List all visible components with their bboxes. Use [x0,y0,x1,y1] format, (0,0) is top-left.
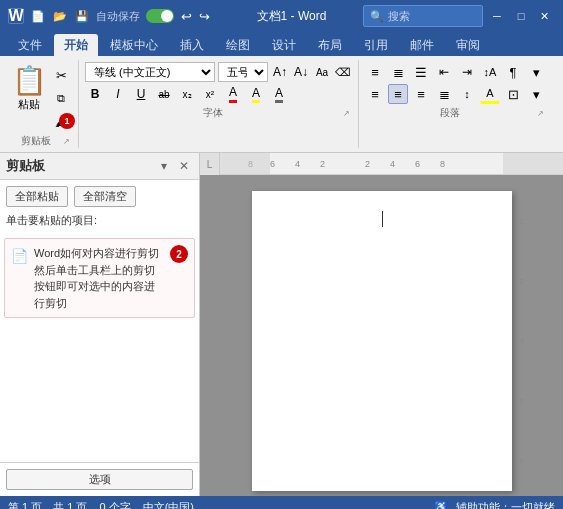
sort-button[interactable]: ↕A [480,62,500,82]
autosave-toggle[interactable] [146,9,174,23]
font-name-select[interactable]: 等线 (中文正文) [85,62,215,82]
numbering-button[interactable]: ≣ [388,62,408,82]
ruler-mark-4r: 4 [390,159,395,169]
show-marks-button[interactable]: ¶ [503,62,523,82]
tab-home[interactable]: 开始 [54,34,98,56]
paste-all-button[interactable]: 全部粘贴 [6,186,68,207]
clipboard-group-content: 📋 粘贴 ✂ ⧉ 🖌 1 [10,62,72,132]
save-icon[interactable]: 💾 [74,8,90,24]
clipboard-pin-button[interactable]: ▾ [155,157,173,175]
clipboard-header-buttons: ▾ ✕ [155,157,193,175]
font-size-select[interactable]: 五号 [218,62,268,82]
tab-review[interactable]: 审阅 [446,34,490,56]
para-group-content: ≡ ≣ ☰ ⇤ ⇥ ↕A ¶ ▾ ≡ ≡ ≡ ≣ ↕ A ⊡ ▾ [365,62,546,104]
clipboard-group-expand[interactable]: ↗ [61,137,72,146]
clipboard-footer: 选项 [0,462,199,496]
clipboard-options-button[interactable]: 选项 [6,469,193,490]
borders-button[interactable]: ⊡ [503,84,523,104]
format-painter-button[interactable]: 🖌 1 [50,110,72,132]
status-bar: 第 1 页，共 1 页 0 个字 中文(中国) ♿ 辅助功能：一切就绪 [0,496,563,509]
clipboard-group: 📋 粘贴 ✂ ⧉ 🖌 1 剪贴板 ↗ [4,60,79,148]
document-scroll[interactable]: 1 2 4 6 8 [200,175,563,496]
clear-format-button[interactable]: ⌫ [334,63,352,81]
tab-draw[interactable]: 绘图 [216,34,260,56]
bullets-button[interactable]: ≡ [365,62,385,82]
justify-button[interactable]: ≣ [434,84,454,104]
clipboard-item[interactable]: 📄 Word如何对内容进行剪切然后单击工具栏上的剪切按钮即可对选中的内容进行剪切… [4,238,195,318]
bold-button[interactable]: B [85,84,105,104]
title-bar-quick-access: W 📄 📂 💾 自动保存 [8,8,174,24]
cut-icon: ✂ [56,68,67,83]
align-center-button[interactable]: ≡ [388,84,408,104]
vruler-1: 1 [519,217,523,226]
underline-button[interactable]: U [131,84,151,104]
status-words: 0 个字 [99,500,130,510]
search-box[interactable]: 🔍 搜索 [363,5,483,27]
ruler-mark-4l: 4 [295,159,300,169]
close-button[interactable]: ✕ [535,6,555,26]
tab-references[interactable]: 引用 [354,34,398,56]
ruler-margin-left [220,153,270,174]
subscript-button[interactable]: x₂ [177,84,197,104]
superscript-button[interactable]: x² [200,84,220,104]
font-color2-button[interactable]: A [269,84,289,104]
tab-template[interactable]: 模板中心 [100,34,168,56]
para-group-expand[interactable]: ↗ [535,109,546,118]
change-case-button[interactable]: Aa [313,63,331,81]
minimize-button[interactable]: ─ [487,6,507,26]
status-page: 第 1 页，共 1 页 [8,500,87,510]
font-row-1: 等线 (中文正文) 五号 A↑ A↓ Aa ⌫ [85,62,352,82]
increase-indent-button[interactable]: ⇥ [457,62,477,82]
decrease-indent-button[interactable]: ⇤ [434,62,454,82]
tab-mailings[interactable]: 邮件 [400,34,444,56]
vertical-ruler: 1 2 4 6 8 [512,191,532,491]
restore-button[interactable]: □ [511,6,531,26]
align-right-button[interactable]: ≡ [411,84,431,104]
ruler-mark-6l: 6 [270,159,275,169]
tab-design[interactable]: 设计 [262,34,306,56]
font-shrink-button[interactable]: A↓ [292,63,310,81]
font-group-content: 等线 (中文正文) 五号 A↑ A↓ Aa ⌫ B I U ab x₂ x² A [85,62,352,104]
undo-icon[interactable]: ↩ [178,8,194,24]
vruler-5: 8 [519,457,523,466]
open-icon[interactable]: 📂 [52,8,68,24]
strikethrough-button[interactable]: ab [154,84,174,104]
clipboard-close-button[interactable]: ✕ [175,157,193,175]
redo-icon[interactable]: ↪ [196,8,212,24]
font-color-button[interactable]: A [223,84,243,104]
vruler-2: 2 [519,277,523,286]
window-title: 文档1 - Word [257,8,327,25]
doc-area: L 8 6 4 2 2 4 6 8 1 2 [200,153,563,496]
title-bar: W 📄 📂 💾 自动保存 ↩ ↪ 文档1 - Word 🔍 搜索 ─ □ ✕ [0,0,563,32]
tab-insert[interactable]: 插入 [170,34,214,56]
line-spacing-button[interactable]: ↕ [457,84,477,104]
ruler-mark-6r: 6 [415,159,420,169]
ruler-mark-8r: 8 [440,159,445,169]
clear-all-button[interactable]: 全部清空 [74,186,136,207]
clipboard-item-text: Word如何对内容进行剪切然后单击工具栏上的剪切按钮即可对选中的内容进行剪切 [34,245,164,311]
copy-button[interactable]: ⧉ [50,87,72,109]
accessibility-icon: ♿ [434,501,448,510]
fill-color-button[interactable]: A [480,84,500,104]
font-group-label: 字体 [85,104,341,120]
search-placeholder: 搜索 [388,9,410,24]
font-group-expand[interactable]: ↗ [341,109,352,118]
para-row-2: ≡ ≡ ≡ ≣ ↕ A ⊡ ▾ [365,84,546,104]
new-doc-icon[interactable]: 📄 [30,8,46,24]
clipboard-actions: 全部粘贴 全部清空 [0,180,199,211]
para-more-button[interactable]: ▾ [526,62,546,82]
cut-button[interactable]: ✂ [50,64,72,86]
clipboard-panel-title: 剪贴板 [6,157,45,175]
align-left-button[interactable]: ≡ [365,84,385,104]
tab-layout[interactable]: 布局 [308,34,352,56]
font-grow-button[interactable]: A↑ [271,63,289,81]
highlight-button[interactable]: A [246,84,266,104]
italic-button[interactable]: I [108,84,128,104]
multilevel-button[interactable]: ☰ [411,62,431,82]
para-row-1: ≡ ≣ ☰ ⇤ ⇥ ↕A ¶ ▾ [365,62,546,82]
para-more2-button[interactable]: ▾ [526,84,546,104]
clipboard-badge: 1 [59,113,75,129]
paste-button[interactable]: 📋 粘贴 [10,62,48,116]
font-color2-icon: A [275,86,283,103]
tab-file[interactable]: 文件 [8,34,52,56]
